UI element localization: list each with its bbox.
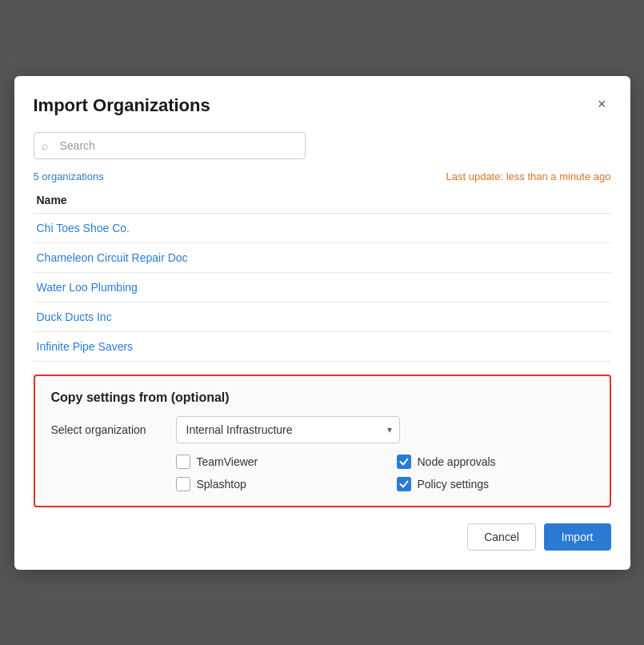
org-name-cell[interactable]: Water Loo Plumbing — [34, 272, 611, 302]
column-name: Name — [34, 187, 611, 214]
checkbox-item-cb-splashtop: Splashtop — [176, 477, 373, 491]
copy-settings-title: Copy settings from (optional) — [51, 391, 594, 405]
checkbox-label-cb-splashtop: Splashtop — [197, 478, 246, 491]
table-row[interactable]: Water Loo Plumbing — [34, 272, 611, 302]
search-wrapper: ⌕ — [34, 132, 306, 159]
org-name-cell[interactable]: Infinite Pipe Savers — [34, 331, 611, 361]
search-input[interactable] — [34, 132, 306, 159]
modal-header: Import Organizations × — [34, 95, 611, 116]
checkbox-checked-cb-policy-settings[interactable] — [397, 477, 411, 491]
org-select[interactable]: Internal Infrastructure — [176, 416, 400, 443]
import-organizations-modal: Import Organizations × ⌕ 5 organizations… — [14, 76, 630, 570]
modal-overlay: Import Organizations × ⌕ 5 organizations… — [0, 0, 644, 645]
import-button[interactable]: Import — [544, 523, 611, 551]
table-row[interactable]: Chameleon Circuit Repair Doc — [34, 242, 611, 272]
modal-title: Import Organizations — [34, 95, 210, 116]
close-button[interactable]: × — [593, 95, 611, 113]
copy-settings-section: Copy settings from (optional) Select org… — [34, 375, 611, 507]
checkbox-item-cb-node-approvals: Node approvals — [397, 455, 594, 469]
table-row[interactable]: Infinite Pipe Savers — [34, 331, 611, 361]
checkbox-checked-cb-node-approvals[interactable] — [397, 455, 411, 469]
select-org-label: Select organization — [51, 423, 163, 436]
copy-settings-row: Select organization Internal Infrastruct… — [51, 416, 594, 443]
table-row[interactable]: Duck Ducts Inc — [34, 302, 611, 331]
checkbox-label-cb-node-approvals: Node approvals — [418, 455, 496, 468]
org-table: Name Chi Toes Shoe Co.Chameleon Circuit … — [34, 187, 611, 362]
last-update: Last update: less than a minute ago — [446, 170, 611, 182]
org-count: 5 organizations — [34, 170, 104, 182]
checkbox-item-cb-policy-settings: Policy settings — [397, 477, 594, 491]
checkboxes-grid: TeamViewerNode approvalsSplashtopPolicy … — [176, 455, 594, 491]
org-select-wrapper: Internal Infrastructure ▾ — [176, 416, 400, 443]
cancel-button[interactable]: Cancel — [467, 523, 536, 551]
org-name-cell[interactable]: Chi Toes Shoe Co. — [34, 213, 611, 242]
checkbox-label-cb-policy-settings: Policy settings — [418, 478, 489, 491]
checkbox-item-cb-teamviewer: TeamViewer — [176, 455, 373, 469]
checkbox-label-cb-teamviewer: TeamViewer — [197, 455, 258, 468]
table-row[interactable]: Chi Toes Shoe Co. — [34, 213, 611, 242]
search-icon: ⌕ — [42, 139, 48, 152]
search-container: ⌕ — [34, 132, 611, 159]
modal-footer: Cancel Import — [34, 523, 611, 551]
checkbox-unchecked-cb-splashtop[interactable] — [176, 477, 190, 491]
table-meta: 5 organizations Last update: less than a… — [34, 170, 611, 182]
org-name-cell[interactable]: Chameleon Circuit Repair Doc — [34, 242, 611, 272]
org-name-cell[interactable]: Duck Ducts Inc — [34, 302, 611, 331]
checkbox-unchecked-cb-teamviewer[interactable] — [176, 455, 190, 469]
